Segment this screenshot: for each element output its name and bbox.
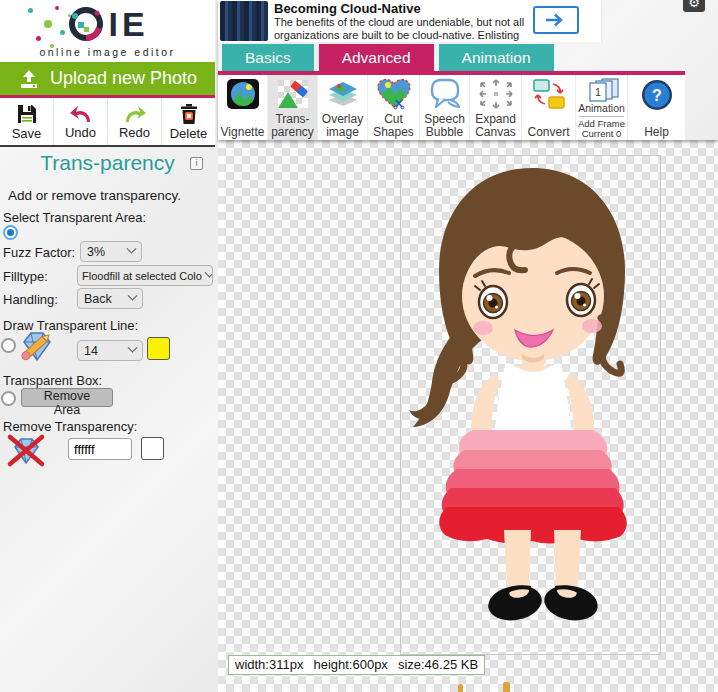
remove-color-swatch[interactable]: [141, 437, 164, 460]
panel-description: Add or remove transparency.: [8, 188, 181, 203]
undo-button[interactable]: Undo: [54, 98, 108, 145]
image-status-badge: width:311pxheight:600pxsize:46.25 KB: [228, 655, 485, 675]
transparency-icon: [276, 78, 310, 110]
online-image-editor-app: IE online image editor Upload new Photo: [0, 0, 718, 692]
logo-subtitle: online image editor: [0, 46, 215, 58]
redo-label: Redo: [119, 125, 150, 140]
cut-shapes-icon: [376, 78, 412, 110]
logo[interactable]: IE online image editor: [0, 0, 215, 62]
delete-button[interactable]: Delete: [162, 98, 215, 145]
transparent-box-label: Transparent Box:: [3, 373, 102, 388]
filltype-select[interactable]: Floodfill at selected Colo: [77, 265, 213, 286]
redo-icon: [123, 104, 147, 124]
handling-label: Handling:: [3, 292, 58, 307]
tool-vignette[interactable]: Vignette: [218, 75, 268, 140]
save-button[interactable]: Save: [0, 98, 54, 145]
status-width: width:311px: [235, 657, 303, 672]
redo-button[interactable]: Redo: [108, 98, 162, 145]
save-label: Save: [12, 126, 42, 141]
tool-overlay-image[interactable]: Overlay image: [318, 75, 368, 140]
action-row: Save Undo Redo: [0, 98, 215, 145]
expand-canvas-icon: [478, 78, 514, 110]
tool-speech-bubble[interactable]: Speech Bubble: [420, 75, 470, 140]
delete-label: Delete: [170, 126, 208, 141]
handling-select[interactable]: Back: [77, 288, 143, 309]
chevron-down-icon: [128, 343, 138, 353]
sidebar: IE online image editor Upload new Photo: [0, 0, 215, 692]
arrow-right-icon: [545, 13, 567, 27]
ad-server-image: [220, 1, 268, 41]
panel-title: Trans-parency: [0, 151, 215, 175]
logo-text: IE: [108, 5, 148, 44]
chevron-down-icon: [204, 268, 213, 278]
ad-arrow-button[interactable]: [533, 6, 579, 34]
partial-content-mark: [503, 682, 510, 692]
upload-new-photo-button[interactable]: Upload new Photo: [0, 62, 215, 95]
animation-frames-icon: 1: [582, 78, 622, 102]
fuzz-label: Fuzz Factor:: [3, 245, 75, 260]
select-area-label: Select Transparent Area:: [3, 210, 146, 225]
delete-icon: [178, 103, 200, 125]
header: Becoming Cloud-Native The benefits of th…: [218, 0, 718, 140]
ad-line: The benefits of the cloud are undeniable…: [274, 16, 534, 29]
svg-text:?: ?: [652, 87, 662, 104]
chevron-down-icon: [127, 244, 137, 254]
help-icon: ?: [640, 78, 674, 112]
tab-bar: Basics Advanced Animation: [222, 44, 554, 71]
logo-o-icon: [66, 4, 106, 44]
line-width-select[interactable]: 14: [77, 340, 143, 361]
toolbar: Vignette Trans-p: [218, 71, 685, 140]
partial-content-mark: [458, 684, 463, 692]
transparent-box-radio[interactable]: [1, 391, 16, 406]
tool-cut-shapes[interactable]: Cut Shapes: [368, 75, 420, 140]
undo-label: Undo: [65, 125, 96, 140]
ad-banner[interactable]: Becoming Cloud-Native The benefits of th…: [218, 0, 602, 42]
svg-text:1: 1: [595, 87, 601, 98]
transparency-panel: Trans-parency i Add or remove transparen…: [0, 147, 215, 687]
tool-expand-canvas[interactable]: Expand Canvas: [470, 75, 522, 140]
upload-icon: [18, 69, 40, 89]
editor-canvas[interactable]: width:311pxheight:600pxsize:46.25 KB: [218, 140, 718, 692]
line-color-swatch[interactable]: [147, 337, 170, 360]
select-area-radio[interactable]: [3, 225, 18, 240]
overlay-image-icon: [326, 78, 360, 110]
girl-image: [401, 156, 662, 656]
convert-icon: [531, 78, 567, 110]
tab-animation[interactable]: Animation: [439, 44, 554, 71]
info-icon[interactable]: i: [190, 157, 203, 170]
draw-line-radio[interactable]: [1, 338, 16, 353]
gear-icon[interactable]: ⚙: [683, 0, 705, 12]
tool-convert[interactable]: Convert: [522, 75, 576, 140]
speech-bubble-icon: [428, 78, 462, 110]
tool-help[interactable]: ? Help: [628, 75, 685, 140]
filltype-label: Filltype:: [3, 269, 48, 284]
draw-line-diamond-pencil-icon: [17, 327, 55, 365]
tool-transparency[interactable]: Trans-parency: [268, 75, 318, 140]
ad-line: organizations are built to be cloud-nati…: [274, 29, 534, 43]
status-size: size:46.25 KB: [398, 657, 478, 672]
chevron-down-icon: [128, 291, 138, 301]
fuzz-select[interactable]: 3%: [80, 241, 142, 262]
undo-icon: [69, 104, 93, 124]
upload-label: Upload new Photo: [50, 68, 197, 89]
remove-color-input[interactable]: [68, 438, 132, 460]
tab-advanced[interactable]: Advanced: [319, 44, 434, 71]
ad-title: Becoming Cloud-Native: [274, 1, 534, 16]
image-frame[interactable]: [400, 155, 661, 655]
tab-basics[interactable]: Basics: [222, 44, 314, 71]
save-icon: [16, 103, 38, 125]
remove-area-button[interactable]: Remove Area: [21, 388, 113, 407]
status-height: height:600px: [313, 657, 387, 672]
remove-transparency-diamond-x-icon: [6, 431, 46, 469]
tool-animation-add-frame[interactable]: 1 Animation Add Frame Current 0: [576, 75, 628, 140]
vignette-icon: [226, 78, 260, 110]
